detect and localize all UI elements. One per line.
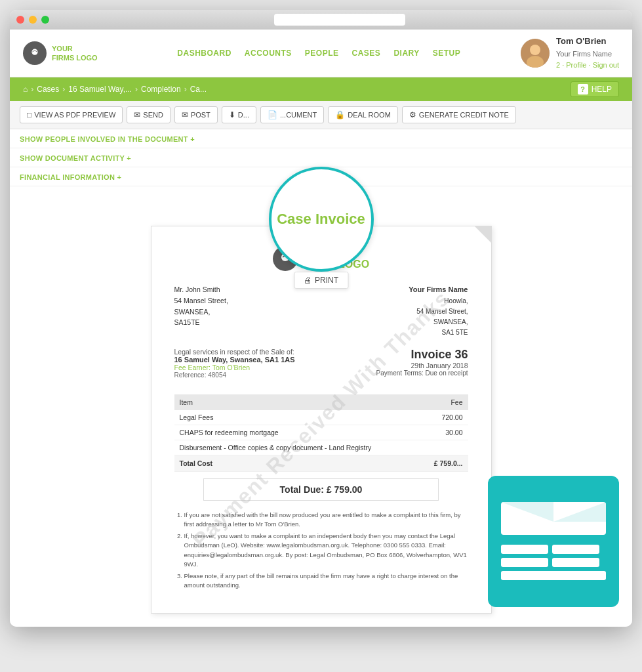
row1-fee: 720.00	[420, 410, 468, 425]
post-button[interactable]: ✉ POST	[174, 106, 218, 123]
avatar	[521, 39, 550, 68]
flap-left	[501, 502, 553, 522]
send-button[interactable]: ✉ SEND	[127, 106, 171, 123]
email-lines	[501, 545, 606, 580]
breadcrumb-current[interactable]: Ca...	[190, 85, 207, 94]
deal-room-button[interactable]: 🔒 DEAL ROOM	[328, 106, 398, 123]
print-label: PRINT	[315, 276, 338, 285]
table-row: Disbursement - Office copies & copy docu…	[174, 440, 468, 455]
url-bar[interactable]	[274, 14, 405, 26]
firm-line3: SWANSEA,	[409, 317, 468, 327]
case-invoice-title: Case Invoice	[277, 211, 365, 228]
client-salutation: Mr. John Smith	[174, 284, 228, 295]
footnote-1: If you are not satisfied with the bill n…	[184, 511, 468, 530]
firm-name: Your Firms Name	[409, 284, 468, 296]
post-icon: ✉	[182, 110, 188, 119]
email-line-row-2	[501, 558, 606, 567]
firm-address: Your Firms Name Hoowla, 54 Mansel Street…	[409, 284, 468, 338]
financial-toggle[interactable]: FINANCIAL INFORMATION +	[20, 173, 121, 181]
row1-item: Legal Fees	[174, 410, 420, 425]
property-address: 16 Samuel Way, Swansea, SA1 1AS	[174, 356, 295, 364]
signout-link[interactable]: Sign out	[593, 61, 619, 69]
breadcrumb-completion[interactable]: Completion	[141, 85, 181, 94]
nav-setup[interactable]: SETUP	[433, 49, 461, 58]
row2-fee: 30.00	[420, 425, 468, 440]
maximize-button[interactable]	[41, 16, 49, 24]
user-name: Tom O'Brien	[556, 35, 619, 49]
row3-fee	[420, 440, 468, 455]
nav-cases[interactable]: CASES	[352, 49, 381, 58]
client-address: Mr. John Smith 54 Mansel Street, SWANSEA…	[174, 284, 228, 338]
message-count[interactable]: 2	[556, 61, 560, 69]
invoice-number: Invoice 36	[376, 348, 468, 362]
firm-line1: Hoowla,	[409, 296, 468, 306]
fee-earner: Fee Earner: Tom O'Brien	[174, 364, 295, 371]
user-firm: Your Firms Name	[556, 49, 619, 60]
row3-item: Disbursement - Office copies & copy docu…	[174, 440, 420, 455]
credit-note-icon: ⚙	[409, 110, 416, 119]
close-button[interactable]	[16, 16, 24, 24]
help-label: HELP	[592, 85, 612, 94]
nav-accounts[interactable]: ACCOUNTS	[245, 49, 292, 58]
invoice-wrapper: Case Invoice 🖨 PRINT Payment Received Wi…	[10, 186, 632, 627]
firm-line2: 54 Mansel Street,	[409, 306, 468, 317]
profile-link[interactable]: Profile	[566, 61, 586, 69]
breadcrumb-address[interactable]: 16 Samuel Way,...	[68, 85, 132, 94]
svg-point-2	[530, 45, 540, 55]
people-section: SHOW PEOPLE INVOLVED IN THE DOCUMENT +	[10, 129, 632, 148]
footnote-2: If, however, you want to make a complain…	[184, 532, 468, 569]
case-invoice-circle: Case Invoice	[269, 167, 374, 272]
logo-text: YOUR FIRMS LOGO	[52, 44, 98, 63]
nav-people[interactable]: PEOPLE	[305, 49, 339, 58]
breadcrumb-home[interactable]: ⌂	[23, 85, 28, 94]
client-line2: SWANSEA,	[174, 306, 228, 318]
download-icon: ⬇	[229, 110, 235, 119]
col-item: Item	[174, 394, 420, 410]
nav-dashboard[interactable]: DASHBOARD	[177, 49, 231, 58]
client-line1: 54 Mansel Street,	[174, 295, 228, 306]
total-label: Total Cost	[174, 455, 420, 471]
email-line-full-1	[501, 571, 606, 580]
user-info: Tom O'Brien Your Firms Name 2 · Profile …	[556, 35, 619, 72]
col-fee: Fee	[420, 394, 468, 410]
print-button[interactable]: 🖨 PRINT	[294, 272, 348, 289]
footnotes: If you are not satisfied with the bill n…	[174, 511, 468, 591]
printer-icon: 🖨	[304, 276, 311, 285]
envelope-icon	[501, 502, 606, 538]
user-area: Tom O'Brien Your Firms Name 2 · Profile …	[521, 35, 619, 72]
property-intro: Legal services in respect of the Sale of…	[174, 348, 295, 356]
breadcrumb-cases[interactable]: Cases	[37, 85, 59, 94]
invoice-meta: Invoice 36 29th January 2018 Payment Ter…	[376, 348, 468, 380]
email-line-short-1	[501, 545, 548, 554]
total-due-row: Total Due: £ 759.00	[174, 478, 468, 501]
breadcrumb-bar: ⌂ › Cases › 16 Samuel Way,... › Completi…	[10, 77, 632, 101]
lock-icon: 🔒	[335, 110, 345, 119]
email-line-short-2	[552, 545, 599, 554]
user-links: 2 · Profile · Sign out	[556, 60, 619, 72]
activity-section: SHOW DOCUMENT ACTIVITY +	[10, 148, 632, 167]
top-nav: YOUR FIRMS LOGO DASHBOARD ACCOUNTS PEOPL…	[10, 30, 632, 77]
client-line3: SA15TE	[174, 317, 228, 328]
firm-line4: SA1 5TE	[409, 327, 468, 338]
invoice-table: Item Fee Legal Fees 720.00 CHAPS for red…	[174, 394, 468, 472]
total-value: £ 759.0...	[420, 455, 468, 471]
download-button[interactable]: ⬇ D...	[222, 106, 256, 123]
view-pdf-button[interactable]: □ VIEW AS PDF PREVIEW	[20, 106, 123, 123]
invoice-property: Legal services in respect of the Sale of…	[174, 348, 295, 379]
activity-toggle[interactable]: SHOW DOCUMENT ACTIVITY +	[20, 154, 131, 162]
invoice-addresses: Mr. John Smith 54 Mansel Street, SWANSEA…	[174, 284, 468, 338]
toolbar: □ VIEW AS PDF PREVIEW ✉ SEND ✉ POST ⬇ D.…	[10, 101, 632, 129]
document-button[interactable]: 📄 ...CUMENT	[260, 106, 324, 123]
generate-credit-note-button[interactable]: ⚙ GENERATE CREDIT NOTE	[402, 106, 516, 123]
document-icon: 📄	[268, 110, 277, 119]
email-line-short-4	[552, 558, 599, 567]
people-toggle[interactable]: SHOW PEOPLE INVOLVED IN THE DOCUMENT +	[20, 135, 195, 143]
row2-item: CHAPS for redeeming mortgage	[174, 425, 420, 440]
minimize-button[interactable]	[29, 16, 37, 24]
email-line-short-3	[501, 558, 548, 567]
help-button[interactable]: ? HELP	[571, 81, 619, 97]
nav-diary[interactable]: DIARY	[393, 49, 419, 58]
app-content: YOUR FIRMS LOGO DASHBOARD ACCOUNTS PEOPL…	[10, 30, 632, 627]
send-icon: ✉	[134, 110, 140, 119]
mac-window: YOUR FIRMS LOGO DASHBOARD ACCOUNTS PEOPL…	[10, 10, 632, 627]
